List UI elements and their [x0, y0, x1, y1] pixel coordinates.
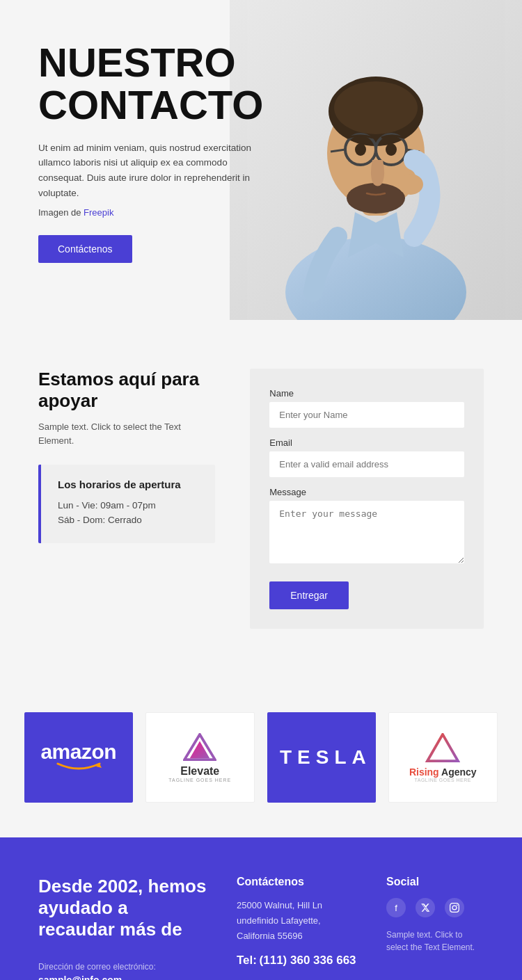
- elevate-logo: Elevate TAGLINE GOES HERE: [168, 733, 231, 782]
- svg-text:TESLA: TESLA: [280, 746, 367, 768]
- svg-point-14: [398, 174, 423, 195]
- email-input[interactable]: [269, 451, 464, 477]
- email-label: Email: [269, 437, 464, 448]
- footer-social-title: Social: [386, 876, 484, 888]
- logo-rising-agency: Rising Agency TAGLINE GOES HERE: [388, 712, 498, 803]
- social-icons-group: f: [386, 898, 484, 917]
- hours-weekday: Lun - Vie: 09am - 07pm: [58, 500, 198, 511]
- svg-point-6: [347, 183, 405, 214]
- tesla-logo: TESLA: [276, 741, 367, 774]
- footer-section: Desde 2002, hemos ayudado a recaudar más…: [0, 837, 522, 980]
- footer-column-2: Contáctenos 25000 Walnut, Hill Ln undefi…: [237, 876, 358, 980]
- svg-point-5: [334, 81, 418, 134]
- elevate-icon-svg: [183, 733, 216, 761]
- freepik-link[interactable]: Freepik: [84, 207, 113, 218]
- name-label: Name: [269, 388, 464, 399]
- hero-title: NUESTRO CONTACTO: [38, 42, 275, 127]
- email-field-group: Email: [269, 437, 464, 477]
- logo-amazon: amazon: [24, 712, 133, 803]
- hours-title: Los horarios de apertura: [58, 479, 198, 490]
- footer-telephone: Tel: (111) 360 336 663: [237, 954, 358, 967]
- footer-address: 25000 Walnut, Hill Ln undefinido Lafayet…: [237, 898, 358, 944]
- name-field-group: Name: [269, 388, 464, 428]
- rising-icon-svg: [425, 733, 460, 762]
- svg-point-12: [355, 143, 366, 156]
- message-field-group: Message: [269, 487, 464, 566]
- logos-section: amazon Elevate TA: [0, 677, 522, 837]
- contact-left-panel: Estamos aquí para apoyar Sample text. Cl…: [38, 369, 215, 543]
- amazon-smile-icon: [54, 761, 103, 776]
- hours-box: Los horarios de apertura Lun - Vie: 09am…: [38, 465, 215, 543]
- message-label: Message: [269, 487, 464, 497]
- contact-button[interactable]: Contáctenos: [38, 235, 132, 263]
- footer-email-label: Dirección de correo electrónico:: [38, 962, 209, 972]
- message-textarea[interactable]: [269, 501, 464, 563]
- rising-name: Rising Agency: [409, 766, 477, 778]
- svg-point-13: [386, 143, 397, 156]
- elevate-name: Elevate: [180, 765, 219, 778]
- contact-sample-text: Sample text. Click to select the Text El…: [38, 420, 215, 447]
- instagram-icon[interactable]: [445, 898, 464, 917]
- footer-column-3: Social f Sample text. Click to select th…: [386, 876, 484, 980]
- footer-email: sample@info.com: [38, 974, 209, 980]
- hero-section: ☰ NUESTRO CONTACTO Ut enim ad minim veni…: [0, 0, 522, 320]
- footer-headline: Desde 2002, hemos ayudado a recaudar más…: [38, 876, 209, 941]
- hero-description: Ut enim ad minim veniam, quis nostrud ex…: [38, 140, 275, 200]
- hero-content: NUESTRO CONTACTO Ut enim ad minim veniam…: [38, 42, 275, 263]
- footer-column-1: Desde 2002, hemos ayudado a recaudar más…: [38, 876, 209, 980]
- contact-section-title: Estamos aquí para apoyar: [38, 369, 215, 412]
- contact-section: Estamos aquí para apoyar Sample text. Cl…: [0, 320, 522, 677]
- hours-weekend: Sáb - Dom: Cerrado: [58, 515, 198, 525]
- elevate-tagline: TAGLINE GOES HERE: [168, 778, 231, 782]
- rising-tagline: TAGLINE GOES HERE: [414, 778, 471, 782]
- footer-social-sample: Sample text. Click to select the Text El…: [386, 929, 484, 954]
- footer-contact-title: Contáctenos: [237, 876, 358, 888]
- image-credit: Imagen de Freepik: [38, 207, 275, 218]
- logo-elevate: Elevate TAGLINE GOES HERE: [145, 712, 255, 803]
- amazon-logo: amazon: [40, 740, 116, 776]
- facebook-icon[interactable]: f: [386, 898, 406, 917]
- submit-button[interactable]: Entregar: [269, 581, 349, 609]
- rising-logo: Rising Agency TAGLINE GOES HERE: [409, 733, 477, 782]
- contact-form-panel: Name Email Message Entregar: [250, 369, 484, 629]
- logo-tesla: TESLA: [267, 712, 376, 803]
- twitter-icon[interactable]: [416, 898, 435, 917]
- name-input[interactable]: [269, 402, 464, 428]
